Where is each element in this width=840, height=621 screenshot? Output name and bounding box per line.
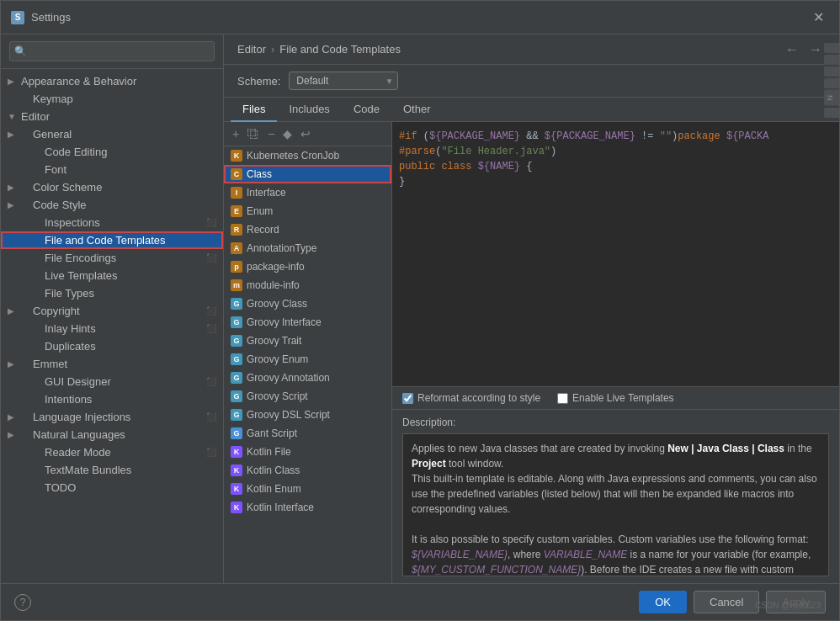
sidebar-item-gui-designer[interactable]: GUI Designer ⬛ bbox=[1, 373, 223, 390]
sidebar-item-todo[interactable]: TODO bbox=[1, 479, 223, 496]
template-item-groovy-class[interactable]: G Groovy Class bbox=[224, 295, 391, 313]
template-item-label: Groovy Class bbox=[247, 298, 307, 310]
template-item-kotlin-enum[interactable]: K Kotlin Enum bbox=[224, 480, 391, 498]
revert-template-button[interactable]: ↩ bbox=[297, 125, 314, 142]
template-item-groovy-annotation[interactable]: G Groovy Annotation bbox=[224, 369, 391, 387]
edge-tab-2[interactable]: 栏 bbox=[824, 55, 839, 65]
reformat-checkbox[interactable] bbox=[402, 393, 413, 404]
sidebar-item-copyright[interactable]: ▶ Copyright ⬛ bbox=[1, 302, 223, 320]
desc-text-1: Applies to new Java classes that are cre… bbox=[412, 443, 667, 454]
apply-button[interactable]: Apply bbox=[766, 591, 826, 613]
expand-arrow: ▶ bbox=[8, 200, 19, 210]
kotlin-icon: K bbox=[231, 483, 242, 495]
desc-text-5: is a name for your variable (for example… bbox=[627, 549, 811, 560]
sidebar-item-code-editing[interactable]: Code Editing bbox=[1, 143, 223, 161]
template-item-label: Groovy Script bbox=[247, 390, 308, 402]
live-templates-label[interactable]: Enable Live Templates bbox=[572, 392, 674, 404]
template-item-groovy-interface[interactable]: G Groovy Interface bbox=[224, 313, 391, 332]
template-item-groovy-dsl[interactable]: G Groovy DSL Script bbox=[224, 406, 391, 424]
tab-includes[interactable]: Includes bbox=[277, 98, 341, 122]
expand-arrow: ▶ bbox=[8, 412, 19, 422]
main-content: Scheme: Default Project ▼ Files Includes… bbox=[224, 65, 839, 583]
sidebar-item-file-and-code-templates[interactable]: File and Code Templates bbox=[1, 231, 223, 249]
sidebar-item-font[interactable]: Font bbox=[1, 161, 223, 178]
sidebar-item-appearance[interactable]: ▶ Appearance & Behavior bbox=[1, 72, 223, 90]
template-item-label: Groovy Interface bbox=[247, 316, 322, 328]
search-input[interactable] bbox=[9, 41, 215, 61]
sidebar-item-file-encodings[interactable]: File Encodings ⬛ bbox=[1, 249, 223, 267]
sidebar-item-general[interactable]: ▶ General bbox=[1, 125, 223, 143]
template-item-gant-script[interactable]: G Gant Script bbox=[224, 424, 391, 443]
edge-tab-4[interactable]: 开 bbox=[824, 78, 839, 88]
cancel-button[interactable]: Cancel bbox=[694, 591, 759, 613]
template-item-kotlin-interface[interactable]: K Kotlin Interface bbox=[224, 498, 391, 517]
edge-tab-6[interactable]: 汉 bbox=[824, 108, 839, 118]
sidebar-item-language-injections[interactable]: ▶ Language Injections ⬛ bbox=[1, 408, 223, 426]
java-icon: m bbox=[231, 279, 242, 291]
code-line-2: #parse("File Header.java") bbox=[399, 144, 832, 159]
copy-template-button[interactable]: ⿻ bbox=[244, 125, 263, 142]
edge-tab-3[interactable]: 标 bbox=[824, 66, 839, 77]
tab-files[interactable]: Files bbox=[231, 98, 277, 122]
edge-tab-1[interactable]: 用 bbox=[824, 43, 839, 53]
badge-icon: ⬛ bbox=[206, 324, 216, 333]
template-item-annotationtype[interactable]: A AnnotationType bbox=[224, 239, 391, 257]
template-item-groovy-script[interactable]: G Groovy Script bbox=[224, 387, 391, 406]
sidebar-item-code-style[interactable]: ▶ Code Style bbox=[1, 196, 223, 214]
nav-back-button[interactable]: ← bbox=[782, 40, 802, 59]
tab-other[interactable]: Other bbox=[391, 98, 443, 122]
sidebar-item-textmate-bundles[interactable]: TextMate Bundles bbox=[1, 461, 223, 479]
scheme-select[interactable]: Default Project bbox=[289, 72, 398, 90]
close-button[interactable]: ✕ bbox=[808, 6, 829, 29]
options-bar: Reformat according to style Enable Live … bbox=[392, 386, 839, 409]
sidebar-item-inlay-hints[interactable]: Inlay Hints ⬛ bbox=[1, 320, 223, 337]
reformat-checkbox-group: Reformat according to style bbox=[402, 392, 540, 404]
template-item-groovy-trait[interactable]: G Groovy Trait bbox=[224, 332, 391, 350]
reformat-label[interactable]: Reformat according to style bbox=[417, 392, 540, 404]
tab-code[interactable]: Code bbox=[342, 98, 391, 122]
groovy-icon: G bbox=[231, 316, 242, 328]
sidebar-item-keymap[interactable]: Keymap bbox=[1, 90, 223, 108]
template-item-package-info[interactable]: p package-info bbox=[224, 257, 391, 276]
sidebar-item-editor[interactable]: ▼ Editor bbox=[1, 108, 223, 125]
sidebar-item-reader-mode[interactable]: Reader Mode ⬛ bbox=[1, 443, 223, 461]
tabs-bar: Files Includes Code Other bbox=[224, 98, 839, 122]
sidebar-item-live-templates[interactable]: Live Templates bbox=[1, 267, 223, 284]
template-item-record[interactable]: R Record bbox=[224, 220, 391, 239]
sidebar-item-label: Inlay Hints bbox=[45, 322, 96, 335]
code-editor[interactable]: #if (${PACKAGE_NAME} && ${PACKAGE_NAME} … bbox=[392, 122, 839, 386]
ok-button[interactable]: OK bbox=[639, 591, 687, 613]
kotlin-icon: K bbox=[231, 446, 242, 458]
add-template-button[interactable]: + bbox=[229, 125, 242, 142]
java-icon: I bbox=[231, 187, 242, 199]
expand-arrow: ▶ bbox=[8, 183, 19, 192]
edge-tab-5[interactable]: N bbox=[824, 90, 839, 106]
right-panel: Editor › File and Code Templates ← → Sch… bbox=[224, 34, 839, 583]
move-template-button[interactable]: ◆ bbox=[279, 125, 295, 142]
live-templates-checkbox[interactable] bbox=[557, 393, 568, 404]
template-item-kotlin-class[interactable]: K Kotlin Class bbox=[224, 461, 391, 480]
template-item-kotlin-file[interactable]: K Kotlin File bbox=[224, 443, 391, 461]
badge-icon: ⬛ bbox=[206, 218, 216, 227]
template-item-kubernetes[interactable]: K Kubernetes CronJob bbox=[224, 146, 391, 165]
nav-forward-button[interactable]: → bbox=[805, 40, 826, 59]
sidebar-item-intentions[interactable]: Intentions bbox=[1, 390, 223, 408]
help-button[interactable]: ? bbox=[14, 594, 31, 611]
desc-italic-2: VARIABLE_NAME bbox=[544, 549, 627, 560]
sidebar-item-emmet[interactable]: ▶ Emmet bbox=[1, 355, 223, 373]
sidebar-item-duplicates[interactable]: Duplicates bbox=[1, 337, 223, 355]
template-item-class[interactable]: C Class bbox=[224, 165, 391, 183]
template-item-label: Kotlin Enum bbox=[247, 483, 301, 495]
settings-dialog: S Settings ✕ 🔍 ▶ Appearance & Behavior bbox=[0, 0, 840, 621]
template-item-groovy-enum[interactable]: G Groovy Enum bbox=[224, 350, 391, 369]
template-item-enum[interactable]: E Enum bbox=[224, 202, 391, 220]
template-item-module-info[interactable]: m module-info bbox=[224, 276, 391, 295]
sidebar-item-natural-languages[interactable]: ▶ Natural Languages bbox=[1, 426, 223, 443]
remove-template-button[interactable]: − bbox=[264, 125, 278, 142]
java-icon: C bbox=[231, 168, 242, 180]
sidebar-item-color-scheme[interactable]: ▶ Color Scheme bbox=[1, 178, 223, 196]
sidebar-item-file-types[interactable]: File Types bbox=[1, 284, 223, 302]
template-item-interface[interactable]: I Interface bbox=[224, 183, 391, 202]
groovy-icon: G bbox=[231, 335, 242, 347]
sidebar-item-inspections[interactable]: Inspections ⬛ bbox=[1, 214, 223, 231]
